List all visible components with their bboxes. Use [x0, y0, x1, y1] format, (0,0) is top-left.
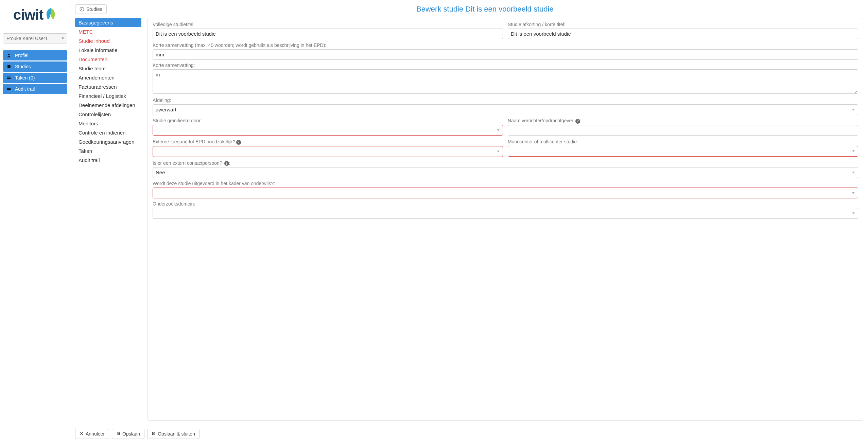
- department-label: Afdeling:: [153, 98, 858, 103]
- svg-rect-6: [118, 432, 119, 433]
- logo: ciwit: [3, 7, 67, 23]
- domain-label: Onderzoeksdomein:: [153, 201, 858, 207]
- summary-textarea[interactable]: m: [153, 69, 858, 94]
- topbar: Studies Bewerk studie Dit is een voorbee…: [75, 4, 863, 14]
- department-value: awerwart: [156, 107, 176, 112]
- nav-audit-trail[interactable]: Audit trail: [3, 84, 67, 94]
- summary-label: Korte samenvatting:: [153, 63, 858, 68]
- tab-goedkeuringsaanvragen[interactable]: Goedkeuringsaanvragen: [75, 137, 141, 146]
- external-contact-value: Nee: [156, 170, 165, 175]
- nav-label: Audit trail: [15, 86, 35, 92]
- nav-studies[interactable]: Studies: [3, 61, 67, 72]
- help-icon[interactable]: ?: [575, 119, 580, 124]
- tab-controlelijsten[interactable]: Controlelijsten: [75, 110, 141, 119]
- form-panel: Volledige studietitel: Studie afkorting …: [147, 18, 863, 421]
- save-button[interactable]: Opslaan: [112, 429, 144, 439]
- tab-basisgegevens[interactable]: Basisgegevens: [75, 18, 141, 27]
- external-epd-label: Externe toegang tot EPD noodzakelijk??:: [153, 139, 503, 145]
- help-icon[interactable]: ?: [224, 161, 229, 166]
- tab-factuuradressen[interactable]: Factuuradressen: [75, 82, 141, 91]
- tab-amendementen[interactable]: Amendementen: [75, 73, 141, 82]
- external-contact-select[interactable]: Nee: [153, 167, 858, 178]
- back-button[interactable]: Studies: [75, 4, 107, 14]
- tab-deelnemende-afdelingen[interactable]: Deelnemende afdelingen: [75, 101, 141, 110]
- department-select[interactable]: awerwart: [153, 104, 858, 115]
- client-name-input[interactable]: [508, 125, 858, 136]
- tab-metc[interactable]: METC: [75, 27, 141, 36]
- help-icon[interactable]: ?: [236, 140, 241, 145]
- book-icon: [6, 64, 12, 69]
- svg-rect-4: [7, 89, 11, 89]
- tab-documenten[interactable]: Documenten: [75, 55, 141, 64]
- cancel-label: Annuleer: [86, 431, 105, 437]
- card-icon: [6, 75, 12, 80]
- arrow-left-circle-icon: [80, 7, 84, 12]
- summary40-label: Korte samenvatting (max. 40 woorden; wor…: [153, 42, 858, 48]
- mono-multi-select[interactable]: [508, 146, 858, 157]
- short-title-input[interactable]: [508, 29, 858, 39]
- short-title-label: Studie afkorting / korte titel:: [508, 22, 858, 27]
- svg-rect-8: [153, 432, 154, 433]
- external-epd-select[interactable]: [153, 146, 503, 157]
- nav-profiel[interactable]: Profiel: [3, 50, 67, 60]
- page-title: Bewerk studie Dit is een voorbeeld studi…: [107, 5, 863, 14]
- back-label: Studies: [86, 6, 102, 12]
- save-label: Opslaan: [122, 431, 140, 437]
- bottom-bar: Annuleer Opslaan Opslaan & sluiten: [75, 421, 863, 439]
- svg-point-0: [8, 54, 10, 55]
- svg-point-5: [80, 7, 84, 11]
- tab-studie-inhoud[interactable]: Studie inhoud: [75, 36, 141, 46]
- tab-monitors[interactable]: Monitors: [75, 119, 141, 128]
- main-content: Studies Bewerk studie Dit is een voorbee…: [70, 0, 868, 443]
- svg-rect-2: [7, 77, 11, 78]
- logo-text: ciwit: [13, 7, 43, 23]
- card-icon: [6, 87, 12, 91]
- nav-label: Studies: [15, 64, 31, 69]
- external-contact-label: Is er een extern contactpersoon? ?:: [153, 160, 858, 166]
- user-name: Frouke Karel User1: [6, 36, 48, 41]
- full-title-label: Volledige studietitel:: [153, 22, 503, 27]
- svg-rect-9: [153, 434, 154, 435]
- user-select[interactable]: Frouke Karel User1: [3, 33, 67, 43]
- education-label: Wordt deze studie uitgevoerd in het kade…: [153, 181, 858, 186]
- tabs: BasisgegevensMETCStudie inhoudLokale inf…: [75, 18, 141, 421]
- save-close-button[interactable]: Opslaan & sluiten: [147, 429, 199, 439]
- tab-audit-trail[interactable]: Audit trail: [75, 156, 141, 165]
- initiated-by-label: Studie geïnitieerd door:: [153, 118, 503, 123]
- education-select[interactable]: [153, 188, 858, 198]
- save-icon: [152, 431, 156, 437]
- tab-controle-en-indienen[interactable]: Controle en indienen: [75, 128, 141, 137]
- close-icon: [80, 431, 84, 437]
- save-icon: [116, 431, 120, 437]
- domain-select[interactable]: [153, 208, 858, 219]
- mono-multi-label: Monocenter of multicenter studie:: [508, 139, 858, 144]
- save-close-label: Opslaan & sluiten: [158, 431, 195, 437]
- tab-financieel-logistiek[interactable]: Financieel / Logistiek: [75, 91, 141, 101]
- tab-taken[interactable]: Taken: [75, 146, 141, 156]
- nav-label: Profiel: [15, 53, 29, 58]
- left-sidebar: ciwit Frouke Karel User1 Profiel Studies: [0, 0, 70, 443]
- nav-buttons: Profiel Studies Taken (0) Audit trail: [3, 50, 67, 94]
- leaf-icon: [45, 7, 57, 22]
- user-icon: [6, 53, 12, 58]
- client-name-label: Naam verrichter/opdrachtgever ?:: [508, 118, 858, 124]
- tab-studie-team[interactable]: Studie team: [75, 64, 141, 73]
- initiated-by-select[interactable]: [153, 125, 503, 136]
- svg-rect-7: [118, 434, 119, 435]
- summary40-input[interactable]: [153, 49, 858, 60]
- nav-label: Taken (0): [15, 75, 35, 81]
- full-title-input[interactable]: [153, 29, 503, 39]
- tab-lokale-informatie[interactable]: Lokale informatie: [75, 46, 141, 55]
- nav-taken[interactable]: Taken (0): [3, 73, 67, 83]
- cancel-button[interactable]: Annuleer: [75, 429, 109, 439]
